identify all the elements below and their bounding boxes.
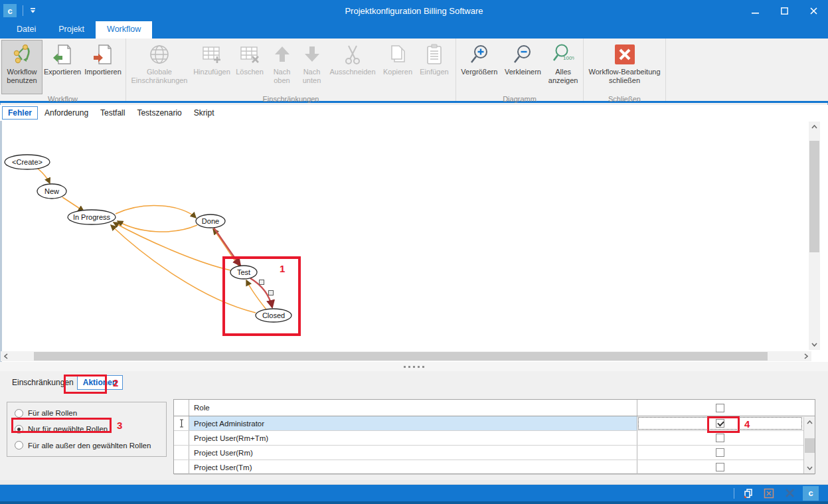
scroll-up-icon[interactable] bbox=[809, 122, 820, 132]
edge-inprogress-done[interactable] bbox=[116, 206, 196, 218]
tab-datei[interactable]: Datei bbox=[5, 21, 47, 39]
workflow-node-new[interactable]: New bbox=[37, 184, 66, 199]
edge-test-done[interactable] bbox=[213, 229, 239, 266]
import-icon bbox=[92, 43, 114, 66]
nach-oben-button[interactable]: Nach oben bbox=[267, 40, 297, 94]
role-column-header[interactable]: Role bbox=[189, 400, 637, 416]
radio-icon[interactable] bbox=[15, 409, 23, 418]
button-label: Alles anzeigen bbox=[548, 68, 578, 85]
scroll-right-icon[interactable] bbox=[801, 351, 811, 361]
ribbon-group-label: Schließen bbox=[584, 94, 665, 105]
arrow-up-icon bbox=[271, 43, 293, 66]
svg-text:Test: Test bbox=[237, 268, 250, 276]
tab-workflow[interactable]: Workflow bbox=[96, 21, 152, 39]
workflow-benutzen-button[interactable]: Workflow benutzen bbox=[1, 40, 42, 94]
workflow-bearbeitung-schliessen-button[interactable]: Workflow-Bearbeitung schließen bbox=[585, 40, 664, 94]
table-vertical-scrollbar[interactable] bbox=[803, 417, 815, 473]
radio-fuer-alle-ausser[interactable]: Für alle außer den gewählten Rollen bbox=[15, 441, 166, 450]
radio-icon[interactable] bbox=[15, 441, 23, 450]
radio-fuer-alle-rollen[interactable]: Für alle Rollen bbox=[15, 409, 166, 418]
role-checkbox-cell[interactable] bbox=[637, 460, 803, 474]
doc-tab-skript[interactable]: Skript bbox=[189, 107, 220, 119]
workflow-node-test[interactable]: Test bbox=[230, 266, 257, 279]
doc-tab-fehler[interactable]: Fehler bbox=[2, 106, 38, 120]
alles-anzeigen-button[interactable]: 100% Alles anzeigen bbox=[544, 40, 582, 94]
svg-text:In Progress: In Progress bbox=[73, 213, 111, 221]
statusbar-app-logo-icon[interactable]: c bbox=[803, 486, 819, 501]
workflow-node-closed[interactable]: Closed bbox=[256, 309, 291, 322]
workflow-node-inprogress[interactable]: In Progress bbox=[68, 210, 116, 224]
workflow-diagram-canvas[interactable]: <Create>NewIn ProgressDoneTestClosed 1 bbox=[0, 121, 828, 362]
edge-handle[interactable] bbox=[269, 291, 274, 295]
edge-done-test[interactable] bbox=[214, 228, 240, 266]
role-checkbox[interactable] bbox=[716, 463, 724, 471]
scroll-up-icon[interactable] bbox=[805, 418, 815, 427]
ausschneiden-button[interactable]: Ausschneiden bbox=[327, 40, 378, 94]
edge-test-inprogress[interactable] bbox=[114, 222, 230, 270]
scroll-left-icon[interactable] bbox=[1, 351, 11, 361]
role-checkbox[interactable] bbox=[716, 448, 724, 457]
button-label: Vergrößern bbox=[461, 68, 497, 76]
role-cell[interactable]: Project Administrator bbox=[189, 416, 637, 430]
diagram-horizontal-scrollbar[interactable] bbox=[1, 351, 811, 361]
hinzufuegen-button[interactable]: Hinzufügen bbox=[191, 40, 232, 94]
scrollbar-thumb[interactable] bbox=[34, 352, 768, 361]
edge-handle[interactable] bbox=[260, 280, 264, 285]
role-checkbox[interactable] bbox=[716, 434, 724, 442]
doc-tab-testfall[interactable]: Testfall bbox=[95, 107, 130, 119]
scrollbar-thumb[interactable] bbox=[805, 438, 815, 453]
ribbon-group-diagramm: Vergrößern Verkleinern 100% bbox=[456, 39, 584, 101]
maximize-button[interactable] bbox=[770, 0, 799, 21]
role-cell[interactable]: Project User(Rm) bbox=[189, 446, 637, 460]
edge-done-inprogress[interactable] bbox=[118, 221, 197, 232]
vergroessern-button[interactable]: Vergrößern bbox=[457, 40, 501, 94]
checkbox-column-header[interactable] bbox=[637, 400, 803, 416]
minimize-button[interactable] bbox=[740, 0, 770, 21]
diagram-vertical-scrollbar[interactable] bbox=[809, 122, 820, 350]
table-row[interactable]: Project User(Rm+Tm) bbox=[174, 431, 815, 446]
doc-tab-testszenario[interactable]: Testszenario bbox=[131, 107, 187, 119]
nach-unten-button[interactable]: Nach unten bbox=[297, 40, 327, 94]
ribbon-group-workflow: Workflow benutzen Exportieren bbox=[0, 39, 126, 101]
role-checkbox-cell[interactable] bbox=[637, 446, 803, 460]
row-indicator-cell bbox=[174, 431, 189, 445]
verkleinern-button[interactable]: Verkleinern bbox=[501, 40, 545, 94]
kopieren-button[interactable]: Kopieren bbox=[378, 40, 417, 94]
close-red-icon bbox=[614, 43, 636, 66]
button-label: Hinzufügen bbox=[193, 68, 230, 76]
roles-table: Role Project AdministratorProject User(R… bbox=[173, 399, 815, 474]
status-separator bbox=[0, 480, 828, 485]
close-button[interactable] bbox=[799, 0, 828, 21]
quick-access-chevron-icon[interactable] bbox=[29, 7, 37, 14]
ribbon: Workflow benutzen Exportieren bbox=[0, 39, 828, 103]
table-row[interactable]: Project User(Rm) bbox=[174, 446, 815, 460]
role-cell[interactable]: Project User(Tm) bbox=[189, 460, 637, 474]
header-checkbox[interactable] bbox=[716, 404, 724, 412]
loeschen-button[interactable]: Löschen bbox=[232, 40, 267, 94]
role-checkbox-cell[interactable] bbox=[637, 431, 803, 445]
app-logo-icon[interactable]: c bbox=[3, 4, 17, 17]
annotation-number-1: 1 bbox=[280, 263, 285, 274]
exportieren-button[interactable]: Exportieren bbox=[42, 40, 82, 94]
workflow-node-done[interactable]: Done bbox=[196, 214, 225, 228]
scrollbar-thumb[interactable] bbox=[809, 141, 819, 252]
workflow-node-create[interactable]: <Create> bbox=[5, 155, 50, 169]
panel-splitter[interactable] bbox=[0, 362, 828, 371]
role-cell[interactable]: Project User(Rm+Tm) bbox=[189, 431, 637, 445]
button-label: Importieren bbox=[84, 68, 122, 76]
einfuegen-button[interactable]: Einfügen bbox=[417, 40, 452, 94]
importieren-button[interactable]: Importieren bbox=[82, 40, 124, 94]
dock-close-icon[interactable] bbox=[782, 487, 797, 500]
status-bar: c bbox=[0, 485, 828, 504]
table-row[interactable]: Project User(Tm) bbox=[174, 460, 815, 475]
edge-new-inprogress[interactable] bbox=[62, 197, 84, 211]
scroll-down-icon[interactable] bbox=[805, 463, 815, 473]
svg-text:Closed: Closed bbox=[262, 311, 285, 319]
dock-pages-icon[interactable] bbox=[741, 487, 756, 500]
globale-einschraenkungen-button[interactable]: Globale Einschränkungen bbox=[127, 40, 191, 94]
scroll-down-icon[interactable] bbox=[809, 339, 820, 350]
tab-projekt[interactable]: Projekt bbox=[47, 21, 96, 39]
dock-board-icon[interactable] bbox=[762, 487, 776, 500]
edge-create-new[interactable] bbox=[37, 168, 50, 183]
doc-tab-anforderung[interactable]: Anforderung bbox=[39, 107, 94, 119]
